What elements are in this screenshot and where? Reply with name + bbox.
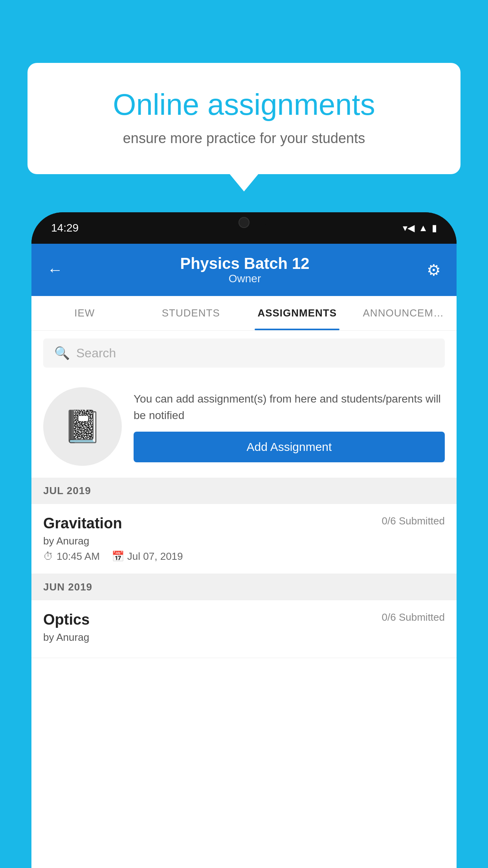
app-screen: ← Physics Batch 12 Owner ⚙ IEW STUDENTS …	[31, 244, 457, 868]
tabs-bar: IEW STUDENTS ASSIGNMENTS ANNOUNCEM…	[31, 296, 457, 331]
header-center: Physics Batch 12 Owner	[180, 255, 309, 285]
assignment-time-value: 10:45 AM	[57, 550, 100, 563]
add-assignment-button[interactable]: Add Assignment	[134, 432, 445, 462]
assignment-top-row: Gravitation 0/6 Submitted	[43, 515, 445, 532]
front-camera	[238, 217, 250, 228]
assignment-item-optics[interactable]: Optics 0/6 Submitted by Anurag	[31, 600, 457, 658]
notebook-icon: 📓	[63, 408, 102, 445]
status-time: 14:29	[51, 222, 79, 234]
search-icon: 🔍	[54, 346, 70, 360]
section-header-jul: JUL 2019	[31, 478, 457, 504]
calendar-icon: 📅	[112, 550, 124, 563]
assignment-time-gravitation: ⏱ 10:45 AM	[43, 550, 100, 563]
assignment-date-value: Jul 07, 2019	[127, 550, 183, 563]
empty-state: 📓 You can add assignment(s) from here an…	[31, 375, 457, 478]
assignment-meta-gravitation: ⏱ 10:45 AM 📅 Jul 07, 2019	[43, 550, 445, 563]
clock-icon: ⏱	[43, 550, 53, 563]
status-bar: 14:29 ▾◀ ▲ ▮	[31, 212, 457, 244]
back-button[interactable]: ←	[47, 261, 63, 279]
tab-assignments[interactable]: ASSIGNMENTS	[244, 296, 350, 330]
assignment-item-gravitation[interactable]: Gravitation 0/6 Submitted by Anurag ⏱ 10…	[31, 504, 457, 574]
phone-notch	[220, 212, 268, 232]
search-placeholder: Search	[76, 346, 116, 360]
speech-bubble-title: Online assignments	[55, 86, 433, 122]
assignment-by-gravitation: by Anurag	[43, 535, 445, 547]
empty-state-content: You can add assignment(s) from here and …	[134, 391, 445, 462]
section-label-jul: JUL 2019	[43, 485, 91, 497]
battery-icon: ▮	[432, 223, 437, 234]
header-title: Physics Batch 12	[180, 255, 309, 272]
section-label-jun: JUN 2019	[43, 581, 92, 593]
signal-icon: ▲	[418, 223, 428, 234]
assignment-top-row-optics: Optics 0/6 Submitted	[43, 611, 445, 628]
tab-iew[interactable]: IEW	[31, 296, 138, 330]
assignment-title-gravitation: Gravitation	[43, 515, 122, 532]
speech-bubble: Online assignments ensure more practice …	[28, 63, 460, 174]
search-box[interactable]: 🔍 Search	[43, 338, 445, 368]
tab-announcements[interactable]: ANNOUNCEM…	[350, 296, 457, 330]
assignment-by-optics: by Anurag	[43, 631, 445, 644]
app-header: ← Physics Batch 12 Owner ⚙	[31, 244, 457, 296]
wifi-icon: ▾◀	[403, 223, 415, 234]
assignment-title-optics: Optics	[43, 611, 90, 628]
assignment-submitted-gravitation: 0/6 Submitted	[382, 515, 445, 527]
speech-bubble-container: Online assignments ensure more practice …	[28, 63, 460, 174]
phone-frame: 14:29 ▾◀ ▲ ▮ ← Physics Batch 12 Owner ⚙ …	[31, 212, 457, 868]
status-icons: ▾◀ ▲ ▮	[403, 223, 437, 234]
assignment-submitted-optics: 0/6 Submitted	[382, 611, 445, 623]
search-container: 🔍 Search	[31, 331, 457, 375]
header-subtitle: Owner	[180, 272, 309, 285]
assignment-date-gravitation: 📅 Jul 07, 2019	[112, 550, 183, 563]
notebook-icon-container: 📓	[43, 387, 122, 466]
section-header-jun: JUN 2019	[31, 574, 457, 600]
speech-bubble-subtitle: ensure more practice for your students	[55, 130, 433, 147]
tab-students[interactable]: STUDENTS	[138, 296, 244, 330]
empty-state-description: You can add assignment(s) from here and …	[134, 391, 445, 424]
settings-icon[interactable]: ⚙	[427, 261, 441, 279]
